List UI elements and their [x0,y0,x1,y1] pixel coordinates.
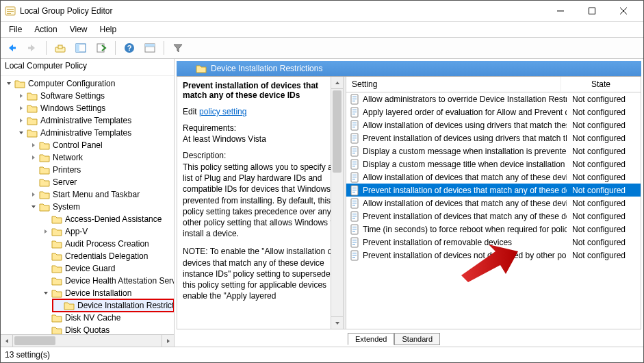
window-title: Local Group Policy Editor [20,6,545,16]
scroll-down-button[interactable] [331,316,343,329]
tree-expander[interactable] [29,178,38,186]
setting-row[interactable]: Time (in seconds) to force reboot when r… [346,223,641,236]
up-button[interactable] [52,40,68,56]
show-hide-tree-button[interactable] [73,40,89,56]
tree-node[interactable]: Administrative Templates [16,127,174,139]
folder-icon [27,90,38,101]
setting-name: Prevent installation of devices using dr… [363,134,567,143]
svg-rect-65 [352,240,357,240]
export-button[interactable] [93,40,110,56]
tree-node-label: Device Guard [65,264,115,273]
tree-node[interactable]: Device Installation [40,287,174,299]
properties-button[interactable] [142,40,158,56]
tree-horizontal-scrollbar[interactable] [1,334,174,347]
svg-rect-55 [352,205,355,205]
tree-node[interactable]: Windows Settings [16,102,174,114]
menu-help[interactable]: Help [94,23,123,36]
tree-node[interactable]: Audit Process Creation [40,238,174,250]
tree-node[interactable]: App-V [40,225,174,238]
tree-expander[interactable] [29,141,38,149]
setting-row[interactable]: Prevent installation of devices that mat… [346,210,641,223]
tree-node[interactable]: Computer Configuration [3,77,174,90]
setting-state: Not configured [567,225,641,234]
tree-node[interactable]: Device Guard [40,262,174,275]
right-pane: Device Installation Restrictions Prevent… [175,59,643,347]
tree-node[interactable]: Disk NV Cache [40,312,174,324]
tree-node[interactable]: Network [28,151,174,164]
menu-view[interactable]: View [64,23,93,36]
close-button[interactable] [608,1,639,21]
tree-node[interactable]: Server [28,176,174,188]
tree-node[interactable]: System [28,201,174,213]
tree-expander[interactable] [42,227,50,236]
setting-row[interactable]: Allow administrators to override Device … [346,92,641,105]
maximize-button[interactable] [576,1,608,21]
menu-file[interactable]: File [3,23,27,36]
setting-row[interactable]: Prevent installation of removable device… [346,236,641,249]
back-button[interactable] [3,40,20,56]
setting-row[interactable]: Allow installation of devices that match… [346,171,641,184]
tree-expander[interactable] [42,277,50,285]
svg-rect-34 [352,138,357,138]
setting-row[interactable]: Apply layered order of evaluation for Al… [346,105,641,118]
tree-node[interactable]: Administrative Templates [16,114,174,127]
column-setting[interactable]: Setting [346,77,561,92]
tree-expander[interactable] [42,289,50,297]
scroll-up-button[interactable] [331,77,343,89]
tree-node[interactable]: Software Settings [16,90,174,102]
tree-expander[interactable] [29,166,38,174]
tree-node[interactable]: Disk Quotas [40,324,174,334]
tree-expander[interactable] [17,92,25,100]
tree-header[interactable]: Local Computer Policy [1,59,174,76]
scroll-thumb[interactable] [14,336,55,345]
setting-row[interactable]: Allow installation of devices that match… [346,197,641,210]
tree-expander[interactable] [17,116,25,125]
minimize-button[interactable] [545,1,576,21]
tree-node[interactable]: Device Health Attestation Service [40,275,174,287]
help-button[interactable]: ? [121,40,138,56]
tree-expander[interactable] [42,326,50,334]
tree-expander[interactable] [42,240,50,248]
tree-expander[interactable] [42,215,50,223]
tree-expander[interactable] [29,203,38,211]
tree-expander[interactable] [42,264,50,273]
tree-node[interactable]: Start Menu and Taskbar [28,188,174,201]
tree-expander[interactable] [17,104,25,112]
svg-rect-49 [352,188,357,188]
tree-expander[interactable] [42,314,50,322]
setting-row[interactable]: Prevent installation of devices that mat… [346,184,641,197]
menu-action[interactable]: Action [29,23,62,36]
tree-expander[interactable] [17,129,25,137]
tree-expander[interactable] [5,79,13,88]
tab-extended[interactable]: Extended [348,333,394,345]
setting-row[interactable]: Display a custom message title when devi… [346,158,641,171]
tree-expander[interactable] [54,301,62,310]
tree-node[interactable]: Printers [28,164,174,176]
tree-node[interactable]: Credentials Delegation [40,250,174,262]
description-scrollbar[interactable] [331,77,343,329]
svg-rect-37 [352,149,357,149]
scroll-right-button[interactable] [162,335,174,347]
policy-icon [349,198,360,209]
filter-button[interactable] [170,40,186,56]
svg-rect-59 [352,218,355,218]
tree-expander[interactable] [29,153,38,162]
policy-tree[interactable]: Computer ConfigurationSoftware SettingsW… [1,76,174,334]
setting-row[interactable]: Display a custom message when installati… [346,145,641,158]
tree-expander[interactable] [29,190,38,199]
tab-standard[interactable]: Standard [394,333,440,345]
settings-list[interactable]: Setting State Allow administrators to ov… [346,77,641,329]
svg-rect-30 [352,125,357,125]
setting-row[interactable]: Allow installation of devices using driv… [346,118,641,132]
tree-expander[interactable] [42,252,50,260]
tree-node[interactable]: Access-Denied Assistance [40,213,174,225]
setting-row[interactable]: Prevent installation of devices using dr… [346,132,641,145]
edit-policy-link[interactable]: policy setting [199,107,246,116]
scroll-left-button[interactable] [1,335,13,347]
tree-node[interactable]: Device Installation Restrictions [53,299,174,312]
column-state[interactable]: State [561,77,641,92]
setting-row[interactable]: Prevent installation of devices not desc… [346,249,641,262]
tree-node[interactable]: Control Panel [28,139,174,151]
scroll-thumb[interactable] [333,90,342,173]
forward-button[interactable] [24,40,40,56]
